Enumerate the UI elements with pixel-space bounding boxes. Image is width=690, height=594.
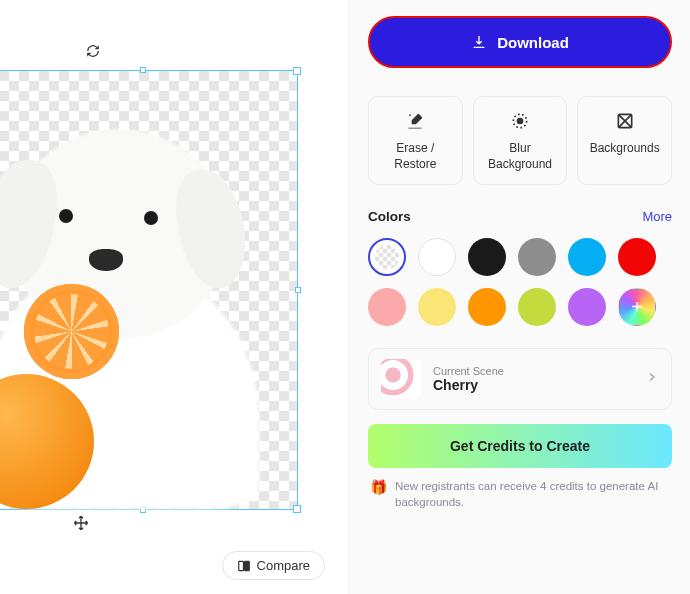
svg-point-3 <box>409 114 411 116</box>
erase-icon <box>405 111 425 131</box>
colors-title: Colors <box>368 209 411 224</box>
compare-button[interactable]: Compare <box>222 551 325 580</box>
resize-handle-right[interactable] <box>295 287 301 293</box>
tool-row: Erase / Restore Blur Background Backgrou… <box>368 96 672 185</box>
color-swatch-black[interactable] <box>468 238 506 276</box>
credits-button-label: Get Credits to Create <box>450 438 590 454</box>
compare-label: Compare <box>257 558 310 573</box>
download-label: Download <box>497 34 569 51</box>
move-handle[interactable] <box>71 513 91 533</box>
gift-icon: 🎁 <box>370 478 387 498</box>
canvas-area: Compare <box>0 0 350 594</box>
scene-value: Cherry <box>433 377 633 393</box>
color-swatches <box>368 238 672 326</box>
color-swatch-purple[interactable] <box>568 288 606 326</box>
color-swatch-yellow[interactable] <box>418 288 456 326</box>
refresh-icon <box>86 44 100 58</box>
credits-note: 🎁 New registrants can receive 4 credits … <box>368 478 672 510</box>
subject-image <box>0 99 279 509</box>
blur-icon <box>510 111 530 131</box>
download-button[interactable]: Download <box>368 16 672 68</box>
image-canvas[interactable] <box>0 70 298 510</box>
download-icon <box>471 34 487 50</box>
backgrounds-icon <box>615 111 635 131</box>
side-panel: Download Erase / Restore Blur Background… <box>350 0 690 594</box>
svg-point-4 <box>517 118 524 125</box>
scene-label: Current Scene <box>433 365 633 377</box>
color-swatch-pink[interactable] <box>368 288 406 326</box>
current-scene-card[interactable]: Current Scene Cherry <box>368 348 672 410</box>
svg-rect-0 <box>238 561 243 570</box>
chevron-right-icon <box>645 370 659 388</box>
compare-icon <box>237 559 251 573</box>
color-swatch-transparent[interactable] <box>368 238 406 276</box>
color-swatch-cyan[interactable] <box>568 238 606 276</box>
colors-more-link[interactable]: More <box>642 209 672 224</box>
tool-label: Erase / Restore <box>375 141 456 172</box>
refresh-button[interactable] <box>82 40 104 62</box>
tool-label: Blur Background <box>480 141 561 172</box>
color-swatch-lime[interactable] <box>518 288 556 326</box>
color-swatch-red[interactable] <box>618 238 656 276</box>
svg-rect-1 <box>244 561 249 570</box>
colors-header: Colors More <box>368 209 672 224</box>
erase-restore-tool[interactable]: Erase / Restore <box>368 96 463 185</box>
color-swatch-white[interactable] <box>418 238 456 276</box>
tool-label: Backgrounds <box>590 141 660 157</box>
blur-background-tool[interactable]: Blur Background <box>473 96 568 185</box>
color-swatch-gray[interactable] <box>518 238 556 276</box>
backgrounds-tool[interactable]: Backgrounds <box>577 96 672 185</box>
get-credits-button[interactable]: Get Credits to Create <box>368 424 672 468</box>
credits-note-text: New registrants can receive 4 credits to… <box>395 478 670 510</box>
color-swatch-orange[interactable] <box>468 288 506 326</box>
color-swatch-custom[interactable] <box>618 288 656 326</box>
move-icon <box>73 515 89 531</box>
resize-handle-top[interactable] <box>140 67 146 73</box>
scene-thumbnail <box>381 359 421 399</box>
svg-point-2 <box>419 115 421 117</box>
scene-info: Current Scene Cherry <box>433 365 633 393</box>
